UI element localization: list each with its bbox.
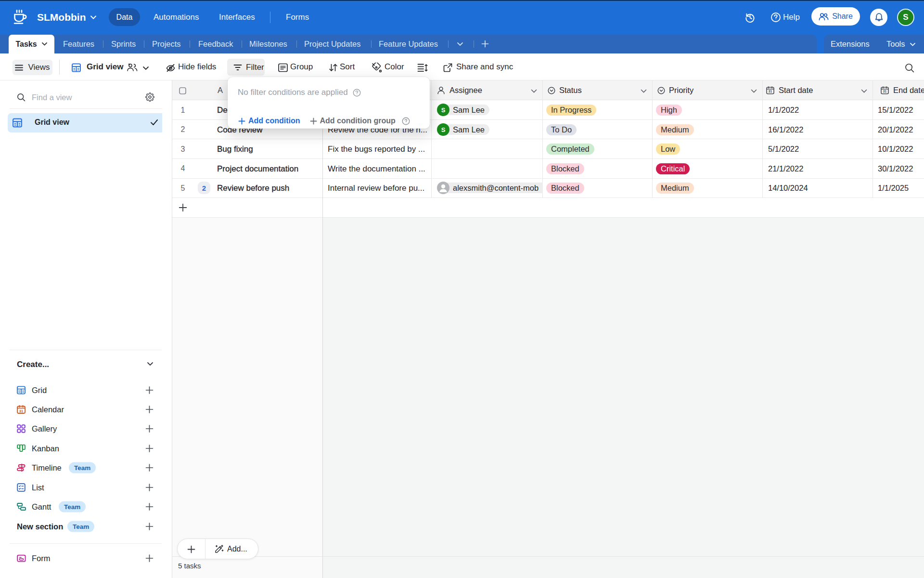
svg-text:31: 31 — [769, 90, 772, 93]
svg-text:31: 31 — [883, 90, 887, 93]
svg-text:31: 31 — [19, 409, 23, 413]
